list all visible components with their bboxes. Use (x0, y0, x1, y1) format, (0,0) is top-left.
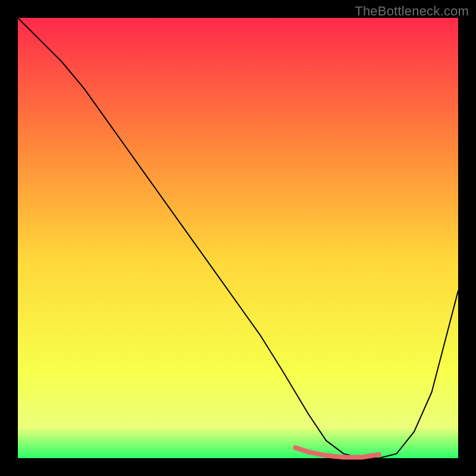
bottleneck-chart: TheBottleneck.com (0, 0, 476, 476)
plot-svg (0, 0, 476, 476)
plot-background (18, 18, 458, 458)
watermark-text: TheBottleneck.com (355, 4, 469, 19)
